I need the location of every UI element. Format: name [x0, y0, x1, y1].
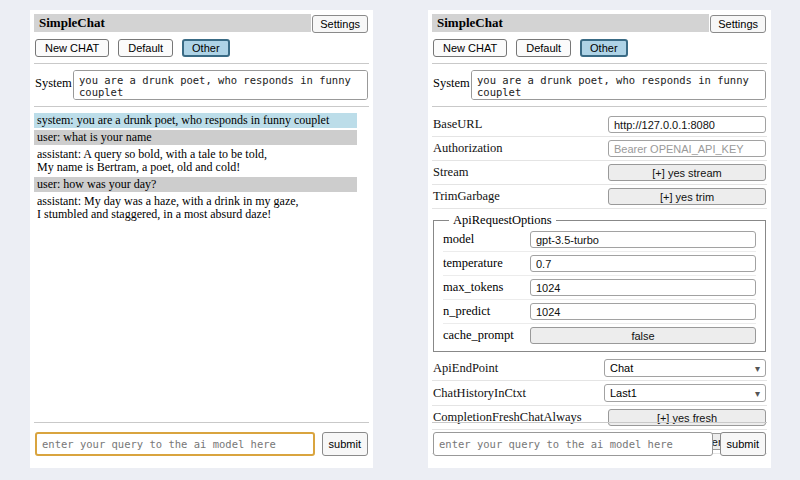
- select-value: Chat: [610, 362, 633, 374]
- app-title: SimpleChat: [432, 14, 709, 32]
- chevron-down-icon: ▾: [755, 388, 760, 399]
- query-bar: submit: [432, 422, 767, 456]
- baseurl-input[interactable]: [608, 116, 766, 133]
- chat-message-assistant: assistant: My day was a haze, with a dri…: [34, 194, 357, 222]
- system-prompt-textarea[interactable]: you are a drunk poet, who responds in fu…: [471, 70, 766, 100]
- model-input[interactable]: [530, 231, 756, 248]
- divider: [432, 63, 767, 64]
- setting-row-cache-prompt: cache_prompt false: [443, 324, 756, 347]
- chevron-down-icon: ▾: [755, 363, 760, 374]
- session-tab-default[interactable]: Default: [516, 39, 571, 57]
- session-toolbar: New CHAT Default Other: [35, 39, 369, 57]
- new-chat-button[interactable]: New CHAT: [35, 39, 109, 57]
- query-input[interactable]: [433, 432, 713, 456]
- setting-row-baseurl: BaseURL: [432, 113, 767, 137]
- system-prompt-row: System you are a drunk poet, who respond…: [433, 70, 766, 100]
- chat-message-assistant: assistant: A query so bold, with a tale …: [34, 147, 357, 175]
- settings-panel: SimpleChat Settings New CHAT Default Oth…: [428, 10, 771, 468]
- query-bar: submit: [34, 422, 369, 456]
- setting-label: ChatHistoryInCtxt: [433, 386, 526, 401]
- system-prompt-textarea[interactable]: you are a drunk poet, who responds in fu…: [73, 70, 368, 100]
- setting-label: ApiEndPoint: [433, 361, 498, 376]
- setting-label: TrimGarbage: [433, 189, 500, 204]
- session-tab-default[interactable]: Default: [118, 39, 173, 57]
- cache-prompt-toggle-button[interactable]: false: [530, 327, 756, 344]
- setting-row-temperature: temperature: [443, 252, 756, 276]
- submit-button[interactable]: submit: [720, 432, 766, 456]
- divider: [432, 106, 767, 107]
- setting-row-model: model: [443, 228, 756, 252]
- setting-label: max_tokens: [443, 280, 503, 295]
- system-prompt-row: System you are a drunk poet, who respond…: [35, 70, 368, 100]
- app-title: SimpleChat: [34, 14, 311, 32]
- chat-panel: SimpleChat Settings New CHAT Default Oth…: [30, 10, 373, 468]
- session-toolbar: New CHAT Default Other: [433, 39, 767, 57]
- chathistoryinctxt-select[interactable]: Last1 ▾: [604, 384, 766, 402]
- new-chat-button[interactable]: New CHAT: [433, 39, 507, 57]
- max-tokens-input[interactable]: [530, 279, 756, 296]
- n-predict-input[interactable]: [530, 303, 756, 320]
- setting-row-max-tokens: max_tokens: [443, 276, 756, 300]
- chat-message-user: user: what is your name: [34, 130, 357, 145]
- setting-row-apiendpoint: ApiEndPoint Chat ▾: [432, 356, 767, 381]
- setting-row-trimgarbage: TrimGarbage [+] yes trim: [432, 185, 767, 209]
- setting-row-chathistoryinctxt: ChatHistoryInCtxt Last1 ▾: [432, 381, 767, 406]
- system-label: System: [35, 70, 73, 91]
- trimgarbage-toggle-button[interactable]: [+] yes trim: [608, 188, 766, 205]
- session-tab-other[interactable]: Other: [182, 39, 230, 57]
- setting-label: Authorization: [433, 141, 502, 156]
- api-request-options-fieldset: ApiRequestOptions model temperature max_…: [433, 213, 766, 352]
- system-label: System: [433, 70, 471, 91]
- stream-toggle-button[interactable]: [+] yes stream: [608, 164, 766, 181]
- setting-label: cache_prompt: [443, 328, 514, 343]
- chat-log: system: you are a drunk poet, who respon…: [34, 113, 357, 222]
- session-tab-other[interactable]: Other: [580, 39, 628, 57]
- setting-row-n-predict: n_predict: [443, 300, 756, 324]
- divider: [34, 63, 369, 64]
- chat-message-user: user: how was your day?: [34, 177, 357, 192]
- setting-label: n_predict: [443, 304, 490, 319]
- chat-message-system: system: you are a drunk poet, who respon…: [34, 113, 357, 128]
- authorization-input[interactable]: [608, 140, 766, 157]
- apiendpoint-select[interactable]: Chat ▾: [604, 359, 766, 377]
- setting-row-authorization: Authorization: [432, 137, 767, 161]
- query-input[interactable]: [35, 432, 315, 456]
- setting-label: temperature: [443, 256, 503, 271]
- fieldset-legend: ApiRequestOptions: [449, 213, 556, 228]
- divider: [34, 422, 369, 423]
- setting-label: Stream: [433, 165, 468, 180]
- settings-button[interactable]: Settings: [710, 15, 766, 33]
- setting-label: model: [443, 232, 474, 247]
- select-value: Last1: [610, 387, 637, 399]
- divider: [432, 422, 767, 423]
- submit-button[interactable]: submit: [322, 432, 368, 456]
- divider: [34, 106, 369, 107]
- setting-row-stream: Stream [+] yes stream: [432, 161, 767, 185]
- temperature-input[interactable]: [530, 255, 756, 272]
- settings-button[interactable]: Settings: [312, 15, 368, 33]
- setting-label: BaseURL: [433, 117, 482, 132]
